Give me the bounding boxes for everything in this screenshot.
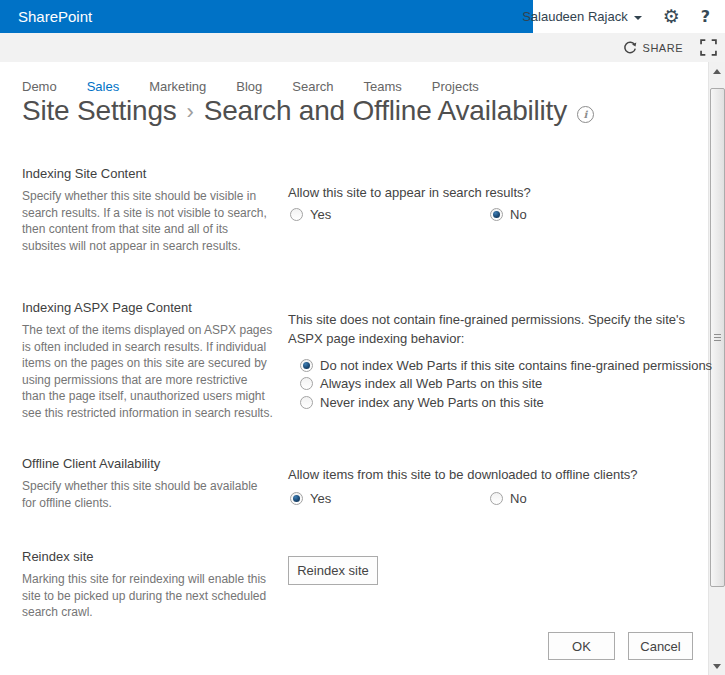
- scroll-up-arrow[interactable]: [709, 62, 725, 79]
- radio-icon[interactable]: [290, 492, 303, 505]
- gear-icon[interactable]: ⚙: [663, 7, 680, 26]
- nav-tab-blog[interactable]: Blog: [236, 79, 262, 94]
- radio-group-offline-clients: Yes No: [288, 491, 718, 509]
- section-description-column: Reindex site Marking this site for reind…: [22, 549, 274, 621]
- radio-icon[interactable]: [300, 396, 313, 409]
- nav-tab-projects[interactable]: Projects: [432, 79, 479, 94]
- nav-tab-teams[interactable]: Teams: [364, 79, 402, 94]
- help-icon[interactable]: ?: [701, 7, 710, 26]
- nav-tab-sales[interactable]: Sales: [87, 79, 120, 94]
- radio-option-no[interactable]: No: [490, 491, 527, 506]
- breadcrumb-root[interactable]: Site Settings: [22, 95, 177, 127]
- radio-option-never-index[interactable]: Never index any Web Parts on this site: [288, 393, 718, 412]
- focus-on-content-button[interactable]: [700, 39, 717, 56]
- radio-option-no[interactable]: No: [490, 207, 527, 222]
- section-description: The text of the items displayed on ASPX …: [22, 322, 274, 421]
- nav-tab-marketing[interactable]: Marketing: [149, 79, 206, 94]
- section-description-column: Indexing Site Content Specify whether th…: [22, 166, 274, 254]
- focus-on-content-icon: [700, 39, 717, 56]
- suite-bar-brand-area: SharePoint: [0, 0, 533, 33]
- radio-icon[interactable]: [290, 208, 303, 221]
- user-name: Salaudeen Rajack: [522, 9, 628, 24]
- share-label: SHARE: [643, 42, 683, 54]
- info-icon[interactable]: i: [577, 106, 594, 123]
- section-control-column: Allow items from this site to be downloa…: [288, 456, 718, 509]
- page-title: Site Settings › Search and Offline Avail…: [22, 95, 594, 127]
- section-control-column: Reindex site: [288, 549, 718, 585]
- question-label: Allow items from this site to be downloa…: [288, 466, 718, 483]
- suite-bar-right: Salaudeen Rajack ⚙ ?: [522, 0, 725, 33]
- radio-icon[interactable]: [490, 208, 503, 221]
- top-nav: Demo Sales Marketing Blog Search Teams P…: [22, 79, 479, 94]
- section-control-column: Allow this site to appear in search resu…: [288, 166, 718, 225]
- app-brand: SharePoint: [18, 0, 92, 33]
- radio-icon[interactable]: [300, 377, 313, 390]
- radio-option-always-index[interactable]: Always index all Web Parts on this site: [288, 375, 718, 394]
- section-description: Specify whether this site should be avai…: [22, 478, 274, 511]
- reindex-site-button[interactable]: Reindex site: [288, 556, 378, 585]
- page-title-text: Search and Offline Availability: [204, 95, 567, 127]
- section-description-column: Offline Client Availability Specify whet…: [22, 456, 274, 511]
- radio-group-search-visibility: Yes No: [288, 207, 718, 225]
- user-menu[interactable]: Salaudeen Rajack: [522, 9, 642, 24]
- section-description-column: Indexing ASPX Page Content The text of t…: [22, 300, 274, 421]
- question-label: Allow this site to appear in search resu…: [288, 184, 718, 201]
- section-heading: Reindex site: [22, 549, 274, 564]
- radio-icon[interactable]: [300, 359, 313, 372]
- ribbon-bar: SHARE: [0, 33, 725, 62]
- section-description: Specify whether this site should be visi…: [22, 188, 274, 254]
- nav-tab-search[interactable]: Search: [292, 79, 333, 94]
- scroll-down-arrow[interactable]: [709, 658, 725, 675]
- radio-group-aspx-indexing: Do not index Web Parts if this site cont…: [288, 356, 718, 412]
- chevron-down-icon: [634, 16, 642, 24]
- breadcrumb-chevron-icon: ›: [187, 99, 194, 125]
- share-button[interactable]: SHARE: [623, 41, 683, 55]
- radio-option-yes[interactable]: Yes: [290, 491, 331, 506]
- ok-button[interactable]: OK: [548, 632, 615, 660]
- sharepoint-window: SharePoint Salaudeen Rajack ⚙ ? SHARE: [0, 0, 725, 675]
- section-heading: Offline Client Availability: [22, 456, 274, 471]
- radio-option-yes[interactable]: Yes: [290, 207, 331, 222]
- question-label: This site does not contain fine-grained …: [288, 310, 718, 348]
- share-icon: [623, 41, 637, 55]
- section-heading: Indexing Site Content: [22, 166, 274, 181]
- suite-bar: SharePoint Salaudeen Rajack ⚙ ?: [0, 0, 725, 33]
- section-description: Marking this site for reindexing will en…: [22, 571, 274, 621]
- radio-icon[interactable]: [490, 492, 503, 505]
- section-control-column: This site does not contain fine-grained …: [288, 300, 718, 412]
- cancel-button[interactable]: Cancel: [628, 632, 693, 660]
- nav-tab-demo[interactable]: Demo: [22, 79, 57, 94]
- section-heading: Indexing ASPX Page Content: [22, 300, 274, 315]
- radio-option-do-not-index[interactable]: Do not index Web Parts if this site cont…: [288, 356, 718, 375]
